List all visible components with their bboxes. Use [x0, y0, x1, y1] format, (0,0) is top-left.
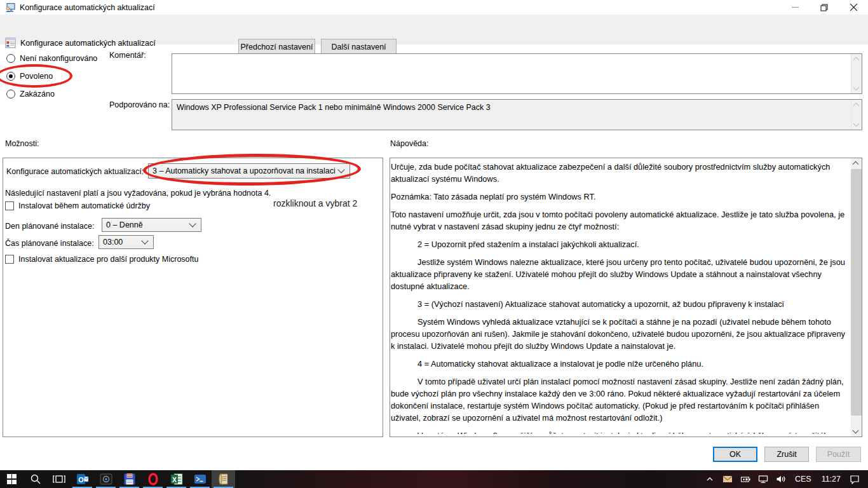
next-setting-button[interactable]: Další nastavení	[321, 39, 397, 55]
scroll-down-icon[interactable]	[853, 121, 860, 127]
dropdown-value: 0 – Denně	[106, 220, 143, 229]
help-section-label: Nápověda:	[390, 139, 428, 148]
radio-circle[interactable]	[6, 90, 15, 98]
windows-logo-icon	[7, 474, 17, 484]
radio-label: Povoleno	[20, 72, 53, 81]
install-other-products-row[interactable]: Instalovat aktualizace pro další produkt…	[5, 255, 198, 264]
close-button[interactable]	[839, 0, 868, 15]
minimize-button[interactable]	[780, 0, 810, 15]
dropdown-value: 3 – Automaticky stahovat a upozorňovat n…	[153, 166, 336, 175]
radio-circle-selected[interactable]	[6, 72, 15, 81]
gpedit-window-icon	[5, 3, 15, 13]
help-paragraph: Toto nastavení umožňuje určit, zda jsou …	[391, 208, 848, 233]
help-paragraph: 2 = Upozornit před stažením a instalací …	[391, 238, 848, 250]
comment-label: Komentář:	[109, 51, 146, 60]
options-section-label: Možnosti:	[5, 139, 39, 148]
annotation-note-text: rozkliknout a vybrat 2	[273, 198, 357, 208]
radio-enabled[interactable]: Povoleno	[6, 71, 53, 81]
checkbox-label: Instalovat během automatické údržby	[18, 201, 150, 210]
comment-input[interactable]	[172, 54, 862, 93]
powershell-icon	[194, 473, 207, 485]
auto-update-config-dropdown[interactable]: 3 – Automaticky stahovat a upozorňovat n…	[148, 163, 350, 179]
chevron-down-icon	[141, 237, 148, 244]
group-policy-scroll-icon	[217, 473, 230, 485]
restore-button[interactable]	[810, 0, 839, 15]
task-view-icon	[53, 474, 65, 484]
svg-text:X: X	[172, 476, 176, 484]
cancel-button[interactable]: Zrušit	[764, 447, 809, 462]
comment-scrollbar[interactable]	[851, 54, 862, 93]
radio-circle[interactable]	[6, 54, 15, 63]
scheduled-day-label: Den plánované instalace:	[5, 222, 94, 231]
radio-disabled[interactable]: Zakázáno	[6, 89, 55, 99]
radio-not-configured[interactable]: Není nakonfigurováno	[6, 53, 97, 64]
scheduled-time-dropdown[interactable]: 03:00	[98, 235, 154, 249]
taskbar: O	[0, 470, 868, 488]
policy-setting-icon	[5, 37, 16, 48]
scrollbar-thumb[interactable]	[851, 169, 862, 416]
taskbar-camera-app-button[interactable]	[94, 470, 118, 488]
taskbar-powershell-button[interactable]	[188, 470, 212, 488]
comment-box	[172, 53, 862, 94]
help-paragraph: Určuje, zda bude počítač stahovat aktual…	[391, 161, 848, 185]
ok-button[interactable]: OK	[713, 447, 757, 462]
window-title: Konfigurace automatických aktualizací	[20, 3, 155, 12]
help-paragraph: V systému Windows 8 a novějším můžete na…	[391, 430, 848, 434]
scroll-up-icon[interactable]	[853, 161, 859, 168]
dropdown-value: 03:00	[103, 238, 123, 247]
task-view-button[interactable]	[47, 470, 71, 488]
svg-text:O: O	[78, 476, 84, 484]
help-paragraph: V tomto případě uživatel určí plán insta…	[391, 376, 848, 424]
help-paragraph: Systém Windows vyhledá aktualizace vztah…	[391, 316, 848, 352]
screen: Konfigurace automatických aktualizací	[0, 0, 868, 488]
install-during-maintenance-checkbox[interactable]	[5, 201, 14, 210]
scroll-up-icon[interactable]	[853, 103, 860, 109]
policy-title: Konfigurace automatických aktualizací	[20, 39, 156, 48]
taskbar-outlook-button[interactable]: O	[71, 470, 94, 488]
tray-mail-icon[interactable]	[721, 470, 735, 488]
excel-icon: X	[170, 473, 183, 485]
outlook-icon: O	[76, 473, 89, 485]
scheduled-day-dropdown[interactable]: 0 – Denně	[102, 218, 201, 232]
scheduled-time-label: Čas plánované instalace:	[5, 239, 94, 248]
scroll-down-icon[interactable]	[853, 428, 859, 434]
taskbar-backup-app-button[interactable]	[118, 470, 141, 488]
help-paragraph: 3 = (Výchozí nastavení) Aktualizace stah…	[391, 298, 848, 310]
start-button[interactable]	[0, 470, 24, 488]
chevron-down-icon	[189, 220, 196, 227]
help-scrollbar[interactable]	[851, 158, 862, 437]
system-tray: CES 11:27	[703, 470, 868, 488]
apply-button: Použít	[816, 447, 861, 462]
auto-update-config-label: Konfigurace automatických aktualizací:	[6, 167, 144, 176]
supported-scrollbar[interactable]	[851, 100, 862, 130]
chevron-down-icon	[337, 166, 344, 173]
taskbar-gpedit-button[interactable]	[212, 470, 235, 488]
help-paragraph: Poznámka: Tato zásada neplatí pro systém…	[391, 191, 848, 203]
taskbar-search-button[interactable]	[24, 470, 47, 488]
install-other-products-checkbox[interactable]	[5, 255, 14, 264]
scroll-up-icon[interactable]	[853, 57, 860, 64]
radio-label: Není nakonfigurováno	[20, 54, 97, 63]
checkbox-label: Instalovat aktualizace pro další produkt…	[18, 255, 198, 264]
camera-app-icon	[100, 473, 112, 485]
tray-battery-icon[interactable]	[738, 470, 752, 488]
supported-on-label: Podporováno na:	[109, 100, 170, 109]
previous-setting-button[interactable]: Předchozí nastavení	[238, 39, 315, 55]
help-text[interactable]: Určuje, zda bude počítač stahovat aktual…	[391, 161, 848, 434]
help-paragraph: Jestliže systém Windows nalezne aktualiz…	[391, 256, 848, 292]
tray-network-icon[interactable]	[756, 470, 770, 488]
taskbar-opera-button[interactable]	[141, 470, 165, 488]
taskbar-excel-button[interactable]: X	[165, 470, 188, 488]
supported-on-value: Windows XP Professional Service Pack 1 n…	[172, 100, 862, 112]
tray-clock[interactable]: 11:27	[818, 475, 844, 484]
search-icon	[30, 473, 41, 485]
radio-label: Zakázáno	[20, 90, 55, 98]
tray-language[interactable]: CES	[792, 475, 815, 484]
tray-chevron-up-icon[interactable]	[703, 470, 717, 488]
scroll-down-icon[interactable]	[853, 85, 860, 91]
help-paragraph: 4 = Automaticky stahovat aktualizace a i…	[391, 358, 848, 370]
tray-volume-icon[interactable]	[774, 470, 788, 488]
window-titlebar: Konfigurace automatických aktualizací	[0, 0, 868, 15]
install-during-maintenance-row[interactable]: Instalovat během automatické údržby	[5, 201, 150, 210]
action-center-icon[interactable]	[848, 470, 862, 488]
